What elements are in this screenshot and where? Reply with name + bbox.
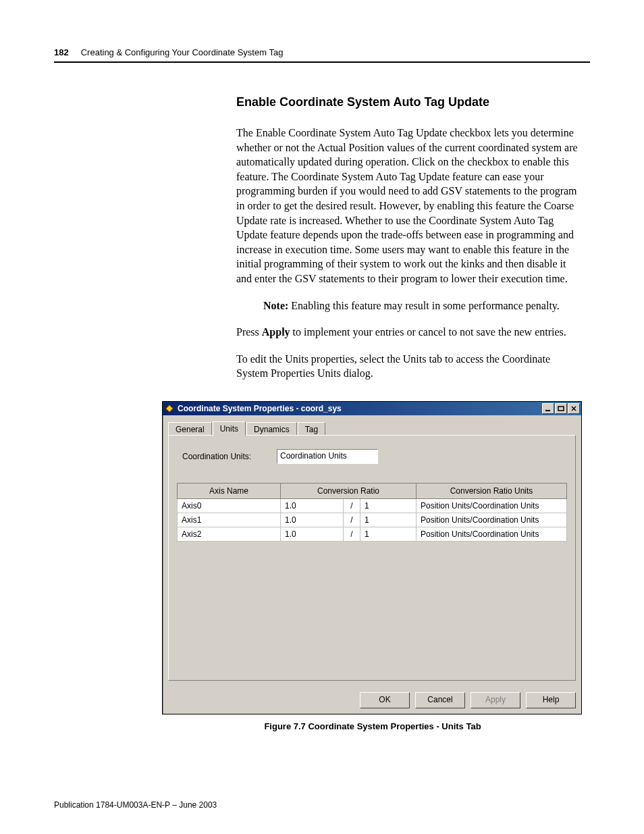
table-row: Axis0 1.0 / 1 Position Units/Coordinatio… [178,498,567,513]
para2-post: to implement your entries or cancel to n… [290,326,566,338]
table-row: Axis2 1.0 / 1 Position Units/Coordinatio… [178,527,567,541]
cancel-button[interactable]: Cancel [415,692,465,708]
cell-ratio-num[interactable]: 1.0 [281,527,344,541]
app-icon [164,403,175,414]
tab-general[interactable]: General [168,422,212,436]
dialog-button-row: OK Cancel Apply Help [163,687,581,714]
svg-marker-0 [166,405,173,413]
apply-word: Apply [262,326,290,338]
tab-dynamics[interactable]: Dynamics [246,422,297,436]
note-label: Note: [263,300,288,311]
chapter-title: Creating & Configuring Your Coordinate S… [81,47,284,57]
cell-ratio-den[interactable]: 1 [360,513,417,527]
col-conversion-ratio: Conversion Ratio [281,483,417,498]
cell-ratio-num[interactable]: 1.0 [281,513,344,527]
note-paragraph: Note: Enabling this feature may result i… [263,298,583,313]
section-heading: Enable Coordinate System Auto Tag Update [236,95,583,109]
cell-axis-name[interactable]: Axis2 [178,527,281,541]
table-row: Axis1 1.0 / 1 Position Units/Coordinatio… [178,513,567,527]
ok-button[interactable]: OK [360,692,410,708]
coordination-units-label: Coordination Units: [182,452,277,461]
page-header: 182 Creating & Configuring Your Coordina… [54,47,590,63]
cell-ratio-num[interactable]: 1.0 [281,498,344,513]
col-axis-name: Axis Name [178,483,281,498]
help-button[interactable]: Help [526,692,576,708]
svg-rect-2 [558,407,564,411]
cell-ratio-sep: / [344,498,360,513]
publication-footer: Publication 1784-UM003A-EN-P – June 2003 [54,800,217,810]
apply-button[interactable]: Apply [471,692,520,708]
window-title: Coordinate System Properties - coord_sys [178,404,542,413]
cell-ratio-den[interactable]: 1 [360,498,417,513]
titlebar: Coordinate System Properties - coord_sys [163,402,581,415]
svg-rect-1 [545,410,550,411]
body-paragraph-2: Press Apply to implement your entries or… [236,325,583,340]
coordination-units-input[interactable]: Coordination Units [277,449,378,464]
cell-ratio-sep: / [344,513,360,527]
tab-units[interactable]: Units [213,421,246,436]
cell-ratio-den[interactable]: 1 [360,527,417,541]
figure-caption: Figure 7.7 Coordinate System Properties … [162,721,583,731]
col-conversion-ratio-units: Conversion Ratio Units [417,483,567,498]
cell-ratio-sep: / [344,527,360,541]
cell-ratio-units: Position Units/Coordination Units [417,498,567,513]
tab-tag[interactable]: Tag [298,422,325,436]
cell-ratio-units: Position Units/Coordination Units [417,513,567,527]
tab-strip: General Units Dynamics Tag [168,421,576,436]
body-paragraph-3: To edit the Units properties, select the… [236,352,583,381]
cell-ratio-units: Position Units/Coordination Units [417,527,567,541]
close-button[interactable] [568,403,580,414]
maximize-button[interactable] [555,403,567,414]
tab-panel-units: Coordination Units: Coordination Units A… [168,435,576,681]
cell-axis-name[interactable]: Axis0 [178,498,281,513]
minimize-button[interactable] [542,403,554,414]
dialog-window: Coordinate System Properties - coord_sys… [162,401,582,714]
note-text: Enabling this feature may result in some… [288,300,560,311]
para2-pre: Press [236,326,262,338]
page-number: 182 [54,47,69,57]
cell-axis-name[interactable]: Axis1 [178,513,281,527]
body-paragraph-1: The Enable Coordinate System Auto Tag Up… [236,126,583,286]
axis-table: Axis Name Conversion Ratio Conversion Ra… [177,483,567,542]
